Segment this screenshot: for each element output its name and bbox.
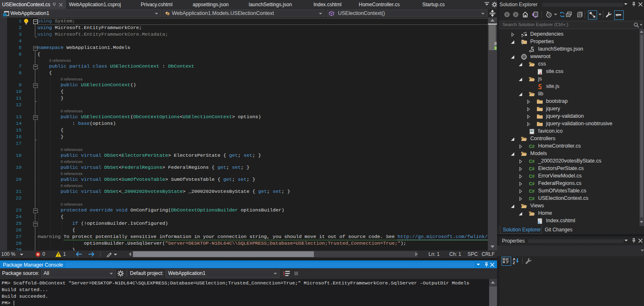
svg-text:C#: C# — [529, 174, 535, 179]
svg-text:C#: C# — [529, 181, 535, 186]
svg-text:C#: C# — [529, 159, 535, 164]
svg-text:C#: C# — [529, 196, 535, 201]
svg-text:Z: Z — [513, 261, 515, 265]
svg-text:C#: C# — [529, 189, 535, 194]
svg-text:C#: C# — [529, 166, 535, 171]
svg-text:C#: C# — [529, 144, 535, 149]
